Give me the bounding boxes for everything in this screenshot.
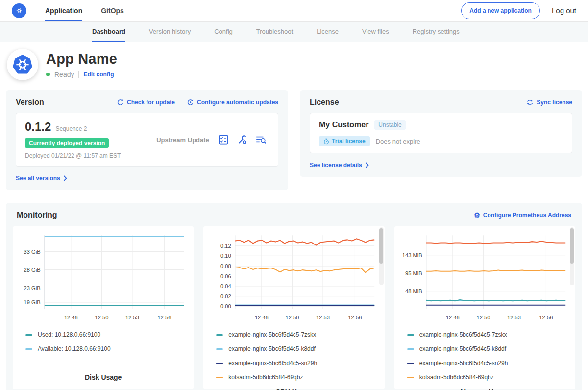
channel-badge: Unstable [374,120,405,130]
see-license-details-link[interactable]: See license details [310,162,369,169]
svg-text:12:56: 12:56 [539,315,553,320]
tab-config[interactable]: Config [214,22,233,42]
legend-dash [407,363,414,364]
monitoring-head: Monitoring ⚙ Configure Prometheus Addres… [13,211,575,219]
svg-text:12:50: 12:50 [95,315,108,320]
kubernetes-wheel-icon [15,6,24,15]
topnav-tabs: Application GitOps [45,0,124,21]
customer-name: My Customer [319,121,368,129]
edit-config-link[interactable]: Edit config [83,71,114,78]
svg-text:95 MiB: 95 MiB [405,270,422,276]
license-expiry-text: Does not expire [376,138,420,145]
scrollbar-thumb[interactable] [570,228,574,264]
kubernetes-logo-icon[interactable] [12,3,26,18]
legend-item[interactable]: example-nginx-5bc6f5d4c5-sn29h [216,356,378,370]
memory-usage-chart: 143 MiB95 MiB48 MiB12:4612:5012:5312:56 [400,231,569,324]
svg-text:48 MiB: 48 MiB [405,288,422,294]
svg-text:12:56: 12:56 [157,315,171,320]
see-all-versions-link[interactable]: See all versions [16,175,67,182]
legend-item[interactable]: kotsadm-5db6dc6584-69qbz [216,370,378,385]
svg-text:0.02: 0.02 [220,293,231,299]
svg-text:12:46: 12:46 [255,315,269,320]
legend-dash [407,334,414,336]
refresh-icon [117,99,124,106]
sync-license-link[interactable]: Sync license [526,99,572,106]
svg-text:0.10: 0.10 [220,253,231,259]
app-header-text: App Name Ready Edit config [46,51,117,78]
svg-text:12:46: 12:46 [446,315,460,320]
monitoring-title: Monitoring [17,211,57,219]
status-divider [78,71,79,78]
deployed-status-badge: Currently deployed version [25,138,109,148]
tab-dashboard[interactable]: Dashboard [92,22,125,42]
legend-item[interactable]: example-nginx-5bc6f5d4c5-k8ddf [216,342,378,356]
chevron-right-icon [63,175,67,181]
tab-view-files[interactable]: View files [362,22,389,42]
monitoring-panel: Monitoring ⚙ Configure Prometheus Addres… [6,203,582,390]
legend-dash [407,377,414,378]
version-panel-head: Version Check for update Configure au [16,98,278,107]
svg-text:12:56: 12:56 [348,315,362,320]
disk-usage-legend: Used: 10.128.0.66:9100Available: 10.128.… [19,328,188,370]
app-status-row: Ready Edit config [46,71,117,78]
svg-text:12:46: 12:46 [64,315,78,320]
tab-registry-settings[interactable]: Registry settings [413,22,460,42]
svg-text:23 GiB: 23 GiB [24,285,41,291]
svg-text:12:53: 12:53 [316,315,330,320]
tab-version-history[interactable]: Version history [149,22,191,42]
configure-auto-updates-link[interactable]: Configure automatic updates [187,99,278,106]
version-info: 0.1.2 Sequence 2 Currently deployed vers… [25,120,147,159]
license-details-card: My Customer Unstable Trial license Does … [310,113,572,153]
legend-item[interactable]: kotsadm-5db6dc6584-69qbz [407,370,569,385]
legend-label: kotsadm-5db6dc6584-69qbz [228,374,303,381]
deployed-timestamp: Deployed 01/21/22 @ 11:57 am EST [25,152,147,159]
legend-scrollbar[interactable] [379,227,384,285]
cpu-usage-chart: 0.120.100.080.060.040.020.0012:4612:5012… [209,231,378,324]
legend-label: example-nginx-5bc6f5d4c5-k8ddf [419,345,506,352]
legend-label: example-nginx-5bc6f5d4c5-sn29h [419,360,508,366]
page-title: App Name [46,51,117,67]
check-for-update-link[interactable]: Check for update [117,99,175,106]
scrollbar-thumb[interactable] [379,228,383,264]
sync-arrows-icon [526,99,534,106]
configure-prometheus-link[interactable]: ⚙ Configure Prometheus Address [474,212,571,219]
logout-button[interactable]: Log out [552,6,576,15]
legend-item[interactable]: example-nginx-5bc6f5d4c5-k8ddf [407,342,569,356]
legend-scrollbar[interactable] [570,227,574,285]
legend-label: example-nginx-5bc6f5d4c5-7zskx [228,331,316,338]
legend-item[interactable]: example-nginx-5bc6f5d4c5-7zskx [407,328,569,342]
add-application-button[interactable]: Add a new application [461,2,540,19]
chevron-right-icon [365,162,369,168]
cpu-usage-legend: example-nginx-5bc6f5d4c5-7zskxexample-ng… [209,328,378,385]
svg-text:33 GiB: 33 GiB [24,249,41,255]
svg-text:12:50: 12:50 [286,315,299,320]
tab-gitops[interactable]: GitOps [101,0,124,21]
legend-item[interactable]: Available: 10.128.0.66:9100 [25,342,188,356]
svg-text:28 GiB: 28 GiB [24,267,41,273]
legend-item[interactable]: Used: 10.128.0.66:9100 [25,328,188,342]
legend-label: example-nginx-5bc6f5d4c5-7zskx [419,331,507,338]
update-type-label: Upstream Update [147,136,218,144]
view-diff-icon[interactable] [255,134,267,145]
topnav-spacer [124,0,461,21]
version-number: 0.1.2 [25,120,51,134]
topnav-right: Add a new application Log out [461,0,576,21]
version-actions [218,134,269,145]
see-license-details-row: See license details [310,160,572,169]
see-all-versions-label: See all versions [16,175,60,182]
preflight-checklist-icon[interactable] [218,134,229,145]
svg-text:12:50: 12:50 [476,315,490,320]
tab-application[interactable]: Application [45,0,82,21]
tab-license[interactable]: License [317,22,339,42]
version-panel-links: Check for update Configure automatic upd… [117,99,278,106]
app-header: App Name Ready Edit config [0,42,588,90]
legend-item[interactable]: example-nginx-5bc6f5d4c5-7zskx [216,328,378,342]
configure-prometheus-label: Configure Prometheus Address [483,212,571,219]
svg-text:0.00: 0.00 [220,303,231,309]
legend-item[interactable]: example-nginx-5bc6f5d4c5-sn29h [407,356,569,370]
charts-row: 33 GiB28 GiB23 GiB19 GiB12:4612:5012:531… [13,226,575,389]
cards-row: Version Check for update Configure au [0,90,588,190]
tab-troubleshoot[interactable]: Troubleshoot [256,22,293,42]
config-wrench-icon[interactable] [237,134,247,145]
legend-dash [216,377,223,378]
